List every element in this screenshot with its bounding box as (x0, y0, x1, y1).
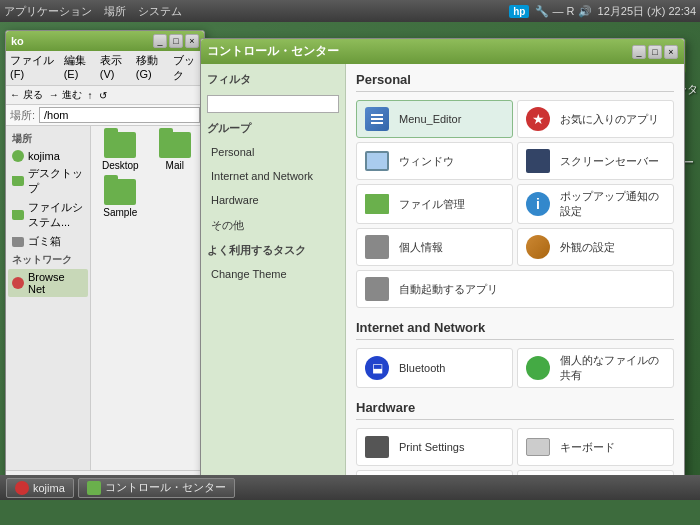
cc-item-sharing[interactable]: 個人的なファイルの共有 (517, 348, 674, 388)
personal-info-icon (365, 235, 389, 259)
cc-item-screensaver[interactable]: スクリーンセーバー (517, 142, 674, 180)
bluetooth-icon-container: ⬓ (363, 354, 391, 382)
print-icon-container (363, 433, 391, 461)
fm-menubar: ファイル(F) 編集(E) 表示(V) 移動(G) ブック (6, 51, 204, 86)
fm-sidebar-item-filesystem[interactable]: ファイルシステム... (8, 198, 88, 232)
fm-body: 場所 kojima デスクトップ ファイルシステム... ゴミ箱 ネット (6, 126, 204, 470)
sharing-label: 個人的なファイルの共有 (560, 353, 667, 383)
print-icon (365, 436, 389, 458)
menu-editor-icon (365, 107, 389, 131)
cc-group-hardware[interactable]: Hardware (207, 192, 339, 208)
fm-location-input[interactable] (39, 107, 200, 123)
appearance-label: 外観の設定 (560, 240, 615, 255)
fm-sidebar-item-desktop[interactable]: デスクトップ (8, 164, 88, 198)
taskbar-btn-control-center[interactable]: コントロール・センター (78, 478, 235, 498)
print-label: Print Settings (399, 441, 464, 453)
fav-apps-icon: ★ (526, 107, 550, 131)
popup-icon-container: i (524, 190, 552, 218)
menu-applications[interactable]: アプリケーション (4, 4, 92, 19)
desktop: アプリケーション 場所 システム hp 🔧 — R 🔊 12月25日 (水) 2… (0, 0, 700, 500)
cc-item-print[interactable]: Print Settings (356, 428, 513, 466)
fm-minimize-btn[interactable]: _ (153, 34, 167, 48)
sharing-icon-container (524, 354, 552, 382)
cc-task-change-theme[interactable]: Change Theme (207, 266, 339, 282)
sidebar-item-label: Browse Net (28, 271, 84, 295)
cc-tasks-label: よく利用するタスク (207, 243, 339, 258)
folder-icon-med (159, 132, 191, 158)
fm-menu-view[interactable]: 表示(V) (100, 53, 130, 83)
fm-menu-file[interactable]: ファイル(F) (10, 53, 58, 83)
fm-menu-edit[interactable]: 編集(E) (64, 53, 94, 83)
up-icon[interactable]: ↑ (88, 90, 93, 101)
menu-places[interactable]: 場所 (104, 4, 126, 19)
fm-win-controls: _ □ × (153, 34, 199, 48)
folder-icon-med (104, 179, 136, 205)
file-item-mail[interactable]: Mail (150, 130, 201, 173)
cc-group-other[interactable]: その他 (207, 216, 339, 235)
fm-sidebar-item-trash[interactable]: ゴミ箱 (8, 232, 88, 251)
cc-item-menu-editor[interactable]: Menu_Editor (356, 100, 513, 138)
cc-left-panel: フィルタ グループ Personal Internet and Network … (201, 64, 346, 500)
menu-system[interactable]: システム (138, 4, 182, 19)
fm-maximize-btn[interactable]: □ (169, 34, 183, 48)
autostart-label: 自動起動するアプリ (399, 282, 498, 297)
cc-group-internet[interactable]: Internet and Network (207, 168, 339, 184)
cc-filter-input[interactable] (207, 95, 339, 113)
cc-titlebar: コントロール・センター _ □ × (201, 39, 684, 64)
fm-title: ko (11, 35, 24, 47)
screensaver-icon (526, 149, 550, 173)
fm-menu-book[interactable]: ブック (173, 53, 200, 83)
back-icon[interactable]: ← 戻る (10, 88, 43, 102)
window-icon-container (363, 147, 391, 175)
cc-item-autostart[interactable]: 自動起動するアプリ (356, 270, 674, 308)
fm-menu-go[interactable]: 移動(G) (136, 53, 167, 83)
cc-item-filemanager[interactable]: ファイル管理 (356, 184, 513, 224)
fm-close-btn[interactable]: × (185, 34, 199, 48)
cc-grid-internet: ⬓ Bluetooth 個人的なファイルの共有 (356, 348, 674, 388)
fav-apps-icon-container: ★ (524, 105, 552, 133)
cc-item-personal-info[interactable]: 個人情報 (356, 228, 513, 266)
cc-maximize-btn[interactable]: □ (648, 45, 662, 59)
keyboard-icon-container (524, 433, 552, 461)
cc-section-internet: Internet and Network (356, 320, 674, 340)
refresh-icon[interactable]: ↺ (99, 90, 107, 101)
taskbar-btn-kojima[interactable]: kojima (6, 478, 74, 498)
folder-icon-sm (12, 176, 24, 186)
trash-icon (12, 237, 24, 247)
forward-icon[interactable]: → 進む (49, 88, 82, 102)
filemanager-icon-container (363, 190, 391, 218)
network-icon (12, 277, 24, 289)
sidebar-item-label: デスクトップ (28, 166, 84, 196)
file-item-sample[interactable]: Sample (95, 177, 146, 220)
fm-sidebar-item-kojima[interactable]: kojima (8, 148, 88, 164)
cc-item-window[interactable]: ウィンドウ (356, 142, 513, 180)
fm-location-bar: 場所: (6, 105, 204, 126)
cc-close-btn[interactable]: × (664, 45, 678, 59)
cc-item-bluetooth[interactable]: ⬓ Bluetooth (356, 348, 513, 388)
menu-editor-label: Menu_Editor (399, 113, 461, 125)
cc-item-keyboard[interactable]: キーボード (517, 428, 674, 466)
file-label: Desktop (102, 160, 139, 171)
autostart-icon-container (363, 275, 391, 303)
cc-item-popup[interactable]: i ポップアップ通知の設定 (517, 184, 674, 224)
window-icon (365, 151, 389, 171)
cc-groups-label: グループ (207, 121, 339, 136)
fm-sidebar: 場所 kojima デスクトップ ファイルシステム... ゴミ箱 ネット (6, 126, 91, 470)
fm-sidebar-item-browse-net[interactable]: Browse Net (8, 269, 88, 297)
cc-section-hardware: Hardware (356, 400, 674, 420)
bluetooth-icon: ⬓ (365, 356, 389, 380)
svg-rect-2 (371, 122, 383, 124)
file-manager-window: ko _ □ × ファイル(F) 編集(E) 表示(V) 移動(G) ブック ←… (5, 30, 205, 490)
svg-rect-0 (371, 114, 383, 116)
hp-logo: hp (509, 5, 529, 18)
cc-item-appearance[interactable]: 外観の設定 (517, 228, 674, 266)
cc-item-fav-apps[interactable]: ★ お気に入りのアプリ (517, 100, 674, 138)
cc-group-personal[interactable]: Personal (207, 144, 339, 160)
file-item-desktop[interactable]: Desktop (95, 130, 146, 173)
fm-sidebar-section-places: 場所 (8, 130, 88, 148)
datetime: 12月25日 (水) 22:34 (598, 4, 696, 19)
screensaver-label: スクリーンセーバー (560, 154, 659, 169)
user-taskbar-icon (15, 481, 29, 495)
control-center-window: コントロール・センター _ □ × フィルタ グループ Personal Int… (200, 38, 685, 500)
cc-minimize-btn[interactable]: _ (632, 45, 646, 59)
